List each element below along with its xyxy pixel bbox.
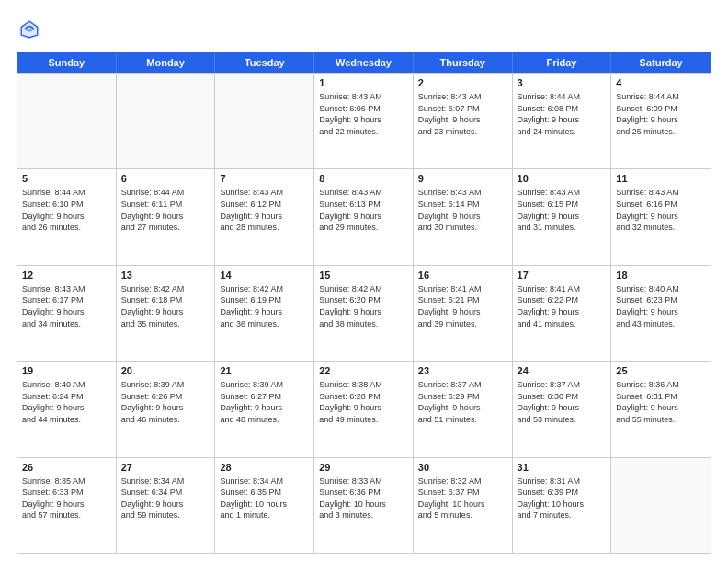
logo-icon <box>17 17 42 42</box>
day-number: 29 <box>319 462 408 473</box>
cell-info: Sunrise: 8:43 AM Sunset: 6:15 PM Dayligh… <box>518 187 607 233</box>
cell-info: Sunrise: 8:38 AM Sunset: 6:28 PM Dayligh… <box>319 379 408 425</box>
calendar-cell: 26Sunrise: 8:35 AM Sunset: 6:33 PM Dayli… <box>17 458 117 553</box>
day-number: 14 <box>220 270 309 281</box>
day-number: 31 <box>518 462 607 473</box>
calendar-row: 5Sunrise: 8:44 AM Sunset: 6:10 PM Daylig… <box>17 168 711 264</box>
cell-info: Sunrise: 8:39 AM Sunset: 6:26 PM Dayligh… <box>121 379 210 425</box>
calendar-cell: 1Sunrise: 8:43 AM Sunset: 6:06 PM Daylig… <box>314 74 414 168</box>
calendar-cell: 22Sunrise: 8:38 AM Sunset: 6:28 PM Dayli… <box>314 362 414 456</box>
calendar-cell: 28Sunrise: 8:34 AM Sunset: 6:35 PM Dayli… <box>215 458 314 553</box>
cell-info: Sunrise: 8:43 AM Sunset: 6:07 PM Dayligh… <box>418 91 507 137</box>
calendar-cell: 13Sunrise: 8:42 AM Sunset: 6:18 PM Dayli… <box>117 266 216 361</box>
calendar-cell <box>17 74 117 168</box>
weekday-header: Thursday <box>414 52 513 73</box>
day-number: 9 <box>418 173 507 184</box>
calendar-row: 26Sunrise: 8:35 AM Sunset: 6:33 PM Dayli… <box>17 457 711 553</box>
cell-info: Sunrise: 8:39 AM Sunset: 6:27 PM Dayligh… <box>220 379 309 425</box>
day-number: 22 <box>319 365 408 376</box>
day-number: 26 <box>22 462 111 473</box>
calendar-cell: 29Sunrise: 8:33 AM Sunset: 6:36 PM Dayli… <box>314 458 414 553</box>
cell-info: Sunrise: 8:34 AM Sunset: 6:34 PM Dayligh… <box>121 476 210 522</box>
calendar-cell: 21Sunrise: 8:39 AM Sunset: 6:27 PM Dayli… <box>215 362 314 456</box>
weekday-header: Wednesday <box>314 52 414 73</box>
calendar: SundayMondayTuesdayWednesdayThursdayFrid… <box>17 52 711 554</box>
day-number: 6 <box>121 173 210 184</box>
calendar-cell: 30Sunrise: 8:32 AM Sunset: 6:37 PM Dayli… <box>414 458 513 553</box>
day-number: 10 <box>518 173 607 184</box>
cell-info: Sunrise: 8:43 AM Sunset: 6:14 PM Dayligh… <box>418 187 507 233</box>
calendar-cell <box>117 74 216 168</box>
calendar-cell: 6Sunrise: 8:44 AM Sunset: 6:11 PM Daylig… <box>117 169 216 264</box>
cell-info: Sunrise: 8:42 AM Sunset: 6:20 PM Dayligh… <box>319 283 408 329</box>
day-number: 27 <box>121 462 210 473</box>
day-number: 13 <box>121 270 210 281</box>
logo <box>17 17 46 42</box>
calendar-cell: 10Sunrise: 8:43 AM Sunset: 6:15 PM Dayli… <box>513 169 612 264</box>
calendar-cell: 25Sunrise: 8:36 AM Sunset: 6:31 PM Dayli… <box>611 362 711 456</box>
cell-info: Sunrise: 8:43 AM Sunset: 6:06 PM Dayligh… <box>319 91 408 137</box>
day-number: 4 <box>616 77 706 88</box>
cell-info: Sunrise: 8:41 AM Sunset: 6:21 PM Dayligh… <box>418 283 507 329</box>
calendar-cell <box>611 458 711 553</box>
calendar-cell: 12Sunrise: 8:43 AM Sunset: 6:17 PM Dayli… <box>17 266 117 361</box>
calendar-cell: 5Sunrise: 8:44 AM Sunset: 6:10 PM Daylig… <box>17 169 117 264</box>
calendar-cell: 19Sunrise: 8:40 AM Sunset: 6:24 PM Dayli… <box>17 362 117 456</box>
cell-info: Sunrise: 8:44 AM Sunset: 6:09 PM Dayligh… <box>616 91 706 137</box>
weekday-header: Sunday <box>17 52 117 73</box>
calendar-cell: 2Sunrise: 8:43 AM Sunset: 6:07 PM Daylig… <box>414 74 513 168</box>
cell-info: Sunrise: 8:40 AM Sunset: 6:23 PM Dayligh… <box>616 283 706 329</box>
day-number: 30 <box>418 462 507 473</box>
cell-info: Sunrise: 8:34 AM Sunset: 6:35 PM Dayligh… <box>220 476 309 522</box>
day-number: 28 <box>220 462 309 473</box>
cell-info: Sunrise: 8:35 AM Sunset: 6:33 PM Dayligh… <box>22 476 111 522</box>
day-number: 8 <box>319 173 408 184</box>
day-number: 5 <box>22 173 111 184</box>
calendar-header: SundayMondayTuesdayWednesdayThursdayFrid… <box>17 52 711 73</box>
day-number: 11 <box>616 173 706 184</box>
cell-info: Sunrise: 8:33 AM Sunset: 6:36 PM Dayligh… <box>319 476 408 522</box>
day-number: 16 <box>418 270 507 281</box>
cell-info: Sunrise: 8:32 AM Sunset: 6:37 PM Dayligh… <box>418 476 507 522</box>
calendar-cell: 24Sunrise: 8:37 AM Sunset: 6:30 PM Dayli… <box>513 362 612 456</box>
cell-info: Sunrise: 8:31 AM Sunset: 6:39 PM Dayligh… <box>518 476 607 522</box>
calendar-cell: 4Sunrise: 8:44 AM Sunset: 6:09 PM Daylig… <box>611 74 711 168</box>
cell-info: Sunrise: 8:43 AM Sunset: 6:12 PM Dayligh… <box>220 187 309 233</box>
calendar-cell: 7Sunrise: 8:43 AM Sunset: 6:12 PM Daylig… <box>215 169 314 264</box>
calendar-cell: 17Sunrise: 8:41 AM Sunset: 6:22 PM Dayli… <box>513 266 612 361</box>
calendar-row: 1Sunrise: 8:43 AM Sunset: 6:06 PM Daylig… <box>17 73 711 168</box>
calendar-body: 1Sunrise: 8:43 AM Sunset: 6:06 PM Daylig… <box>17 73 711 553</box>
weekday-header: Monday <box>117 52 216 73</box>
calendar-cell: 31Sunrise: 8:31 AM Sunset: 6:39 PM Dayli… <box>513 458 612 553</box>
calendar-cell: 11Sunrise: 8:43 AM Sunset: 6:16 PM Dayli… <box>611 169 711 264</box>
calendar-cell: 18Sunrise: 8:40 AM Sunset: 6:23 PM Dayli… <box>611 266 711 361</box>
calendar-cell: 27Sunrise: 8:34 AM Sunset: 6:34 PM Dayli… <box>117 458 216 553</box>
calendar-cell: 16Sunrise: 8:41 AM Sunset: 6:21 PM Dayli… <box>414 266 513 361</box>
calendar-cell: 9Sunrise: 8:43 AM Sunset: 6:14 PM Daylig… <box>414 169 513 264</box>
cell-info: Sunrise: 8:36 AM Sunset: 6:31 PM Dayligh… <box>616 379 706 425</box>
cell-info: Sunrise: 8:37 AM Sunset: 6:30 PM Dayligh… <box>518 379 607 425</box>
cell-info: Sunrise: 8:42 AM Sunset: 6:19 PM Dayligh… <box>220 283 309 329</box>
calendar-row: 12Sunrise: 8:43 AM Sunset: 6:17 PM Dayli… <box>17 265 711 361</box>
page: SundayMondayTuesdayWednesdayThursdayFrid… <box>0 0 728 563</box>
cell-info: Sunrise: 8:43 AM Sunset: 6:16 PM Dayligh… <box>616 187 706 233</box>
calendar-cell: 23Sunrise: 8:37 AM Sunset: 6:29 PM Dayli… <box>414 362 513 456</box>
cell-info: Sunrise: 8:43 AM Sunset: 6:13 PM Dayligh… <box>319 187 408 233</box>
day-number: 7 <box>220 173 309 184</box>
calendar-cell: 14Sunrise: 8:42 AM Sunset: 6:19 PM Dayli… <box>215 266 314 361</box>
day-number: 18 <box>616 270 706 281</box>
cell-info: Sunrise: 8:42 AM Sunset: 6:18 PM Dayligh… <box>121 283 210 329</box>
cell-info: Sunrise: 8:43 AM Sunset: 6:17 PM Dayligh… <box>22 283 111 329</box>
calendar-row: 19Sunrise: 8:40 AM Sunset: 6:24 PM Dayli… <box>17 361 711 456</box>
cell-info: Sunrise: 8:41 AM Sunset: 6:22 PM Dayligh… <box>518 283 607 329</box>
day-number: 20 <box>121 365 210 376</box>
day-number: 19 <box>22 365 111 376</box>
cell-info: Sunrise: 8:44 AM Sunset: 6:11 PM Dayligh… <box>121 187 210 233</box>
day-number: 1 <box>319 77 408 88</box>
day-number: 21 <box>220 365 309 376</box>
day-number: 3 <box>518 77 607 88</box>
weekday-header: Tuesday <box>215 52 314 73</box>
calendar-cell: 15Sunrise: 8:42 AM Sunset: 6:20 PM Dayli… <box>314 266 414 361</box>
cell-info: Sunrise: 8:40 AM Sunset: 6:24 PM Dayligh… <box>22 379 111 425</box>
day-number: 12 <box>22 270 111 281</box>
